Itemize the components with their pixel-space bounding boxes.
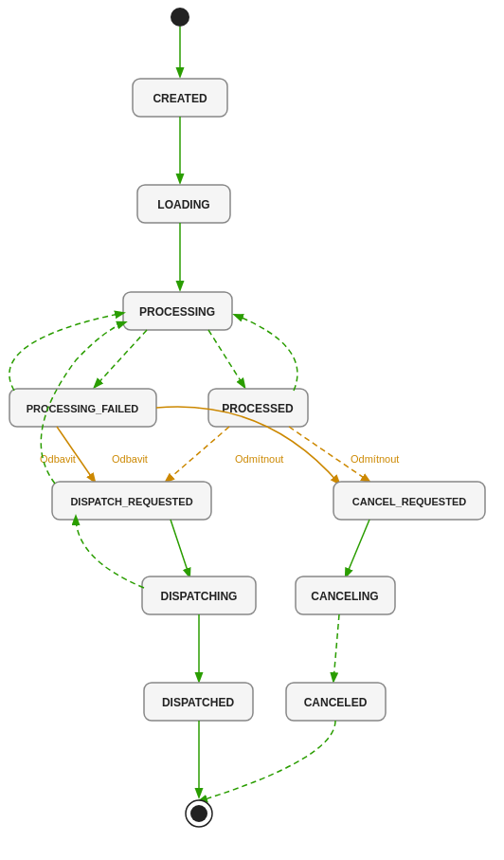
edge-dispatching-dispatch-req [76, 517, 144, 588]
edge-processed-dispatch [166, 427, 229, 482]
label-canceled: CANCELED [304, 696, 368, 709]
label-processing-failed: PROCESSING_FAILED [27, 403, 139, 414]
edge-processing-failed [95, 330, 147, 387]
label-loading: LOADING [157, 198, 209, 211]
edge-canceling-canceled [333, 614, 339, 681]
label-canceling: CANCELING [311, 590, 378, 603]
label-dispatched: DISPATCHED [162, 696, 235, 709]
edge-processed-processing [235, 315, 297, 391]
label-odmitnout-2: Odmítnout [351, 453, 399, 465]
label-created: CREATED [153, 92, 207, 105]
edge-cancel-canceling [346, 520, 369, 576]
edge-dispatch-dispatching [171, 520, 189, 576]
label-dispatch-requested: DISPATCH_REQUESTED [70, 496, 192, 507]
edge-canceled-end [199, 721, 335, 801]
start-node [171, 8, 189, 27]
label-processing: PROCESSING [139, 305, 215, 319]
end-node-inner [190, 805, 207, 822]
label-dispatching: DISPATCHING [161, 590, 238, 603]
label-odbavit-1: Odbavit [40, 453, 76, 465]
edge-processing-processed [208, 330, 244, 387]
edge-failed-processing [9, 313, 123, 391]
label-odbavit-2: Odbavit [112, 453, 148, 465]
label-odmitnout-1: Odmítnout [235, 453, 283, 465]
edge-failed-cancel [156, 407, 339, 484]
label-cancel-requested: CANCEL_REQUESTED [352, 496, 466, 507]
